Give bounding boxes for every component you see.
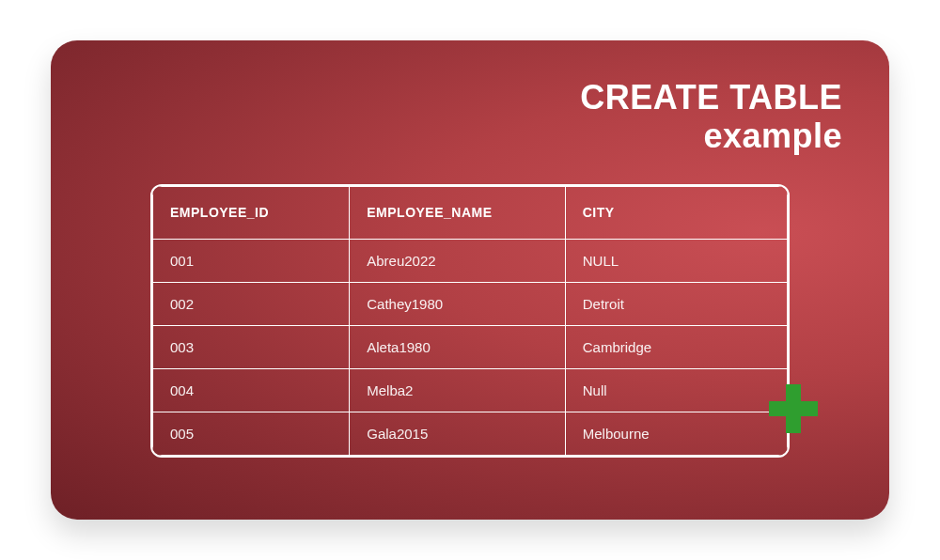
cell-employee-name: Gala2015 bbox=[350, 412, 566, 455]
cell-employee-name: Melba2 bbox=[350, 368, 566, 412]
title-line-2: example bbox=[703, 117, 842, 155]
column-header-employee-id: EMPLOYEE_ID bbox=[153, 186, 350, 239]
cell-city: Detroit bbox=[565, 282, 787, 325]
cell-employee-id: 005 bbox=[153, 412, 350, 455]
employee-table: EMPLOYEE_ID EMPLOYEE_NAME CITY 001 Abreu… bbox=[152, 186, 788, 456]
table-container: EMPLOYEE_ID EMPLOYEE_NAME CITY 001 Abreu… bbox=[150, 184, 790, 458]
cell-city: Null bbox=[565, 368, 787, 412]
table-row: 001 Abreu2022 NULL bbox=[153, 239, 788, 282]
cell-employee-name: Cathey1980 bbox=[350, 282, 566, 325]
cell-employee-id: 003 bbox=[153, 325, 350, 368]
column-header-employee-name: EMPLOYEE_NAME bbox=[350, 186, 566, 239]
page-title: CREATE TABLE example bbox=[98, 78, 842, 156]
table-header-row: EMPLOYEE_ID EMPLOYEE_NAME CITY bbox=[153, 186, 788, 239]
table-row: 003 Aleta1980 Cambridge bbox=[153, 325, 788, 368]
cell-employee-id: 004 bbox=[153, 368, 350, 412]
cell-city: NULL bbox=[565, 239, 787, 282]
card: CREATE TABLE example EMPLOYEE_ID EMPLOYE… bbox=[51, 40, 889, 520]
cell-city: Melbourne bbox=[565, 412, 787, 455]
cell-employee-id: 002 bbox=[153, 282, 350, 325]
title-line-1: CREATE TABLE bbox=[580, 78, 842, 117]
table-row: 002 Cathey1980 Detroit bbox=[153, 282, 788, 325]
cell-employee-id: 001 bbox=[153, 239, 350, 282]
cell-city: Cambridge bbox=[565, 325, 787, 368]
column-header-city: CITY bbox=[565, 186, 787, 239]
table-row: 005 Gala2015 Melbourne bbox=[153, 412, 788, 455]
cell-employee-name: Aleta1980 bbox=[350, 325, 566, 368]
table-border: EMPLOYEE_ID EMPLOYEE_NAME CITY 001 Abreu… bbox=[150, 184, 790, 458]
table-row: 004 Melba2 Null bbox=[153, 368, 788, 412]
cell-employee-name: Abreu2022 bbox=[350, 239, 566, 282]
